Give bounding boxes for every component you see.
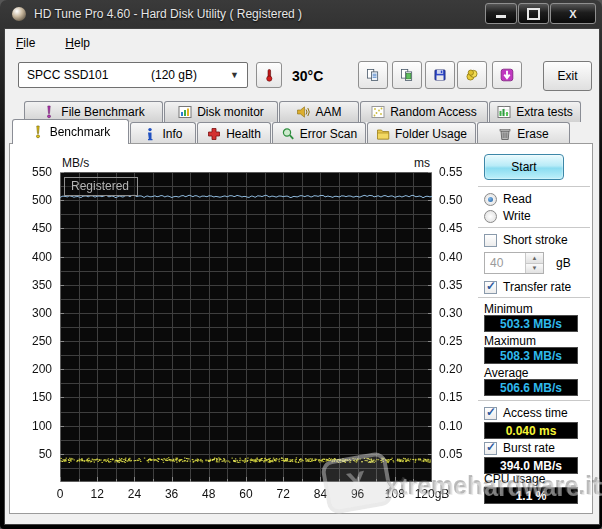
tab-label: Health — [226, 127, 261, 141]
short-stroke-checkbox[interactable] — [484, 234, 497, 247]
magnifier-icon — [281, 127, 295, 141]
tab-folder-usage[interactable]: Folder Usage — [367, 122, 476, 144]
cpu-usage-label: CPU usage — [484, 472, 545, 486]
read-label: Read — [503, 192, 532, 206]
folder-icon — [376, 127, 390, 141]
tab-label: Folder Usage — [395, 127, 467, 141]
tab-benchmark[interactable]: Benchmark — [12, 119, 129, 144]
drive-capacity: (120 gB) — [151, 68, 197, 82]
start-label: Start — [511, 160, 536, 174]
access-time-checkbox[interactable] — [484, 407, 497, 420]
drive-select[interactable]: SPCC SSD101 (120 gB) ▼ — [18, 62, 248, 88]
access-time-value: 0.040 ms — [484, 422, 578, 439]
write-radio-row[interactable]: Write — [484, 209, 531, 223]
tab-label: Extra tests — [516, 105, 573, 119]
app-window: HD Tune Pro 4.60 - Hard Disk Utility ( R… — [0, 0, 602, 529]
tab-label: Info — [162, 127, 182, 141]
transfer-rate-row[interactable]: Transfer rate — [484, 280, 571, 294]
health-cross-icon — [207, 127, 221, 141]
bar-monitor-icon — [178, 105, 192, 119]
tab-label: AAM — [315, 105, 341, 119]
cpu-usage-value: 1.1 % — [484, 487, 578, 504]
save-icon — [433, 68, 447, 82]
tab-label: Random Access — [390, 105, 477, 119]
save-button[interactable] — [425, 61, 455, 89]
start-button[interactable]: Start — [484, 154, 564, 180]
tab-random-access[interactable]: Random Access — [360, 101, 488, 122]
coins-icon — [465, 68, 479, 82]
tab-label: Erase — [517, 127, 548, 141]
minimize-button[interactable] — [485, 3, 517, 24]
temperature-value: 30°C — [292, 68, 323, 84]
tab-error-scan[interactable]: Error Scan — [272, 122, 366, 144]
divider — [478, 400, 590, 401]
close-icon: X — [569, 8, 576, 20]
tab-label: Error Scan — [300, 127, 357, 141]
divider — [478, 297, 590, 298]
download-results-button[interactable] — [492, 61, 522, 89]
maximize-button[interactable] — [518, 3, 549, 24]
menu-file[interactable]: File — [10, 34, 41, 52]
title-bar[interactable]: HD Tune Pro 4.60 - Hard Disk Utility ( R… — [0, 0, 602, 28]
divider — [478, 186, 590, 187]
tab-health[interactable]: Health — [197, 122, 271, 144]
tab-extra-tests[interactable]: Extra tests — [489, 101, 581, 122]
divider — [478, 227, 590, 228]
tab-info[interactable]: Info — [130, 122, 196, 144]
y-axis-right-unit: ms — [414, 156, 430, 170]
copy-image-icon — [400, 68, 414, 82]
speaker-icon — [296, 105, 310, 119]
thermometer-icon — [262, 68, 276, 82]
short-stroke-row[interactable]: Short stroke — [484, 233, 568, 247]
exit-button[interactable]: Exit — [543, 61, 592, 91]
chevron-down-icon: ▼ — [230, 70, 239, 80]
exclamation-icon — [31, 125, 45, 139]
write-label: Write — [503, 209, 531, 223]
burst-rate-checkbox[interactable] — [484, 442, 497, 455]
trash-icon — [498, 127, 512, 141]
transfer-rate-checkbox[interactable] — [484, 281, 497, 294]
tab-aam[interactable]: AAM — [279, 101, 359, 122]
spinner-unit: gB — [556, 256, 571, 270]
y-axis-left-unit: MB/s — [62, 156, 89, 170]
short-stroke-spinner[interactable]: 40 ▲ ▼ — [484, 252, 544, 274]
tab-erase[interactable]: Erase — [477, 122, 570, 144]
copy-button[interactable] — [358, 61, 388, 89]
average-value: 506.6 MB/s — [484, 379, 578, 396]
window-title: HD Tune Pro 4.60 - Hard Disk Utility ( R… — [34, 7, 302, 21]
tab-label: Disk monitor — [197, 105, 264, 119]
minimize-icon — [496, 15, 506, 18]
read-radio-row[interactable]: Read — [484, 192, 532, 206]
access-time-row[interactable]: Access time — [484, 406, 568, 420]
drive-model: SPCC SSD101 — [27, 68, 151, 82]
access-time-label: Access time — [503, 406, 568, 420]
tab-row-primary: Benchmark Info Health Error Scan Folder … — [12, 122, 571, 144]
app-icon — [12, 7, 26, 21]
dots-icon — [371, 105, 385, 119]
info-icon — [143, 127, 157, 141]
registered-overlay: Registered — [64, 177, 138, 196]
copy-image-button[interactable] — [392, 61, 422, 89]
menu-bar: File Help — [10, 34, 96, 52]
maximize-icon — [527, 8, 540, 20]
burst-rate-row[interactable]: Burst rate — [484, 441, 555, 455]
exclamation-icon — [42, 105, 56, 119]
spinner-up-icon[interactable]: ▲ — [526, 253, 543, 264]
close-button[interactable]: X — [550, 3, 596, 24]
temperature-button[interactable] — [256, 62, 282, 88]
minimum-label: Minimum — [484, 302, 533, 316]
benchmark-chart — [60, 172, 432, 482]
write-radio[interactable] — [484, 210, 497, 223]
exit-label: Exit — [557, 69, 577, 83]
read-radio[interactable] — [484, 193, 497, 206]
burst-rate-label: Burst rate — [503, 441, 555, 455]
copy-icon — [366, 68, 380, 82]
tab-disk-monitor[interactable]: Disk monitor — [164, 101, 278, 122]
maximum-label: Maximum — [484, 334, 536, 348]
minimum-value: 503.3 MB/s — [484, 315, 578, 332]
spinner-down-icon[interactable]: ▼ — [526, 264, 543, 274]
options-button[interactable] — [457, 61, 487, 89]
menu-help[interactable]: Help — [59, 34, 96, 52]
transfer-rate-label: Transfer rate — [503, 280, 571, 294]
spinner-value: 40 — [485, 256, 525, 270]
